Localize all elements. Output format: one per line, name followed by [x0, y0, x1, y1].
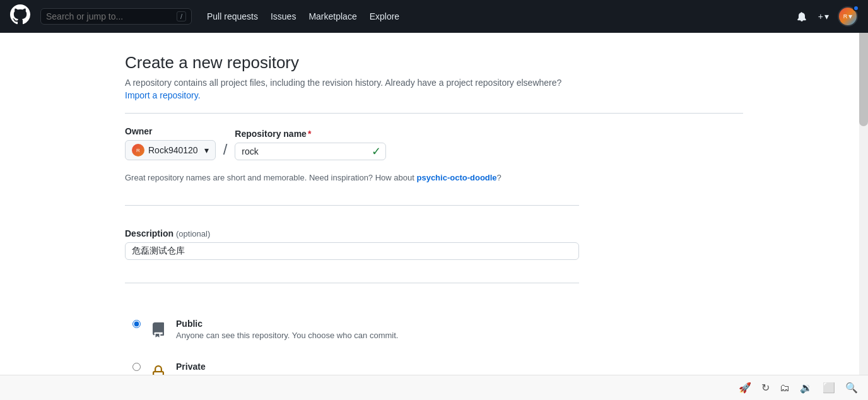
section-divider-visibility — [125, 283, 579, 283]
description-group: Description(optional) — [125, 228, 579, 260]
required-mark: * — [308, 129, 311, 139]
repo-name-input[interactable] — [235, 143, 386, 160]
bottom-toolbar: 🚀 ↻ 🗂 🔉 ⬜ 🔍 — [0, 375, 868, 400]
create-repo-form: Owner R Rock940120 ▾ / Repository name* … — [125, 126, 579, 400]
private-label: Private — [176, 362, 572, 372]
notifications-button[interactable] — [794, 9, 809, 24]
new-item-button[interactable]: + ▾ — [814, 9, 833, 24]
suggestion-link[interactable]: psychic-octo-doodle — [416, 173, 496, 182]
navbar: / Pull requests Issues Marketplace Explo… — [0, 0, 868, 33]
plus-label: + — [818, 11, 823, 21]
search-box[interactable]: / — [40, 8, 192, 25]
avatar-notification-badge — [853, 5, 859, 11]
layout-icon[interactable]: ⬜ — [823, 382, 835, 394]
navbar-link-explore[interactable]: Explore — [365, 8, 404, 25]
navbar-actions: + ▾ R ▾ — [794, 6, 858, 26]
volume-icon[interactable]: 🔉 — [800, 382, 812, 394]
dropdown-arrow: ▾ — [824, 11, 829, 21]
slash-key-indicator: / — [177, 11, 186, 21]
public-info: Public Anyone can see this repository. Y… — [176, 319, 572, 340]
repo-name-group: Repository name* ✓ — [235, 129, 386, 160]
refresh-icon[interactable]: ↻ — [761, 382, 770, 394]
slash-divider: / — [221, 141, 230, 158]
page-description: A repository contains all project files,… — [125, 78, 743, 88]
import-repository-link[interactable]: Import a repository. — [125, 90, 201, 100]
rocket-icon[interactable]: 🚀 — [739, 382, 751, 394]
description-label: Description(optional) — [125, 228, 579, 238]
navbar-links: Pull requests Issues Marketplace Explore — [202, 8, 784, 25]
description-input[interactable] — [125, 242, 579, 260]
owner-repo-row: Owner R Rock940120 ▾ / Repository name* … — [125, 126, 579, 160]
avatar-icon: R — [843, 13, 848, 20]
scrollbar[interactable] — [859, 0, 868, 400]
owner-select-button[interactable]: R Rock940120 ▾ — [125, 140, 216, 160]
search-bottom-icon[interactable]: 🔍 — [845, 382, 858, 394]
repo-name-label: Repository name* — [235, 129, 386, 139]
inspiration-text: Great repository names are short and mem… — [125, 173, 579, 182]
owner-name: Rock940120 — [148, 145, 198, 155]
owner-avatar: R — [132, 144, 144, 156]
section-divider-description — [125, 205, 579, 206]
owner-group: Owner R Rock940120 ▾ — [125, 126, 216, 160]
search-input[interactable] — [46, 11, 172, 21]
optional-label: (optional) — [176, 229, 210, 238]
main-content: Create a new repository A repository con… — [115, 33, 753, 400]
public-icon — [148, 319, 168, 341]
page-title: Create a new repository — [125, 53, 743, 73]
public-option[interactable]: Public Anyone can see this repository. Y… — [125, 311, 579, 349]
public-desc: Anyone can see this repository. You choo… — [176, 331, 398, 340]
public-radio[interactable] — [132, 320, 141, 328]
navbar-link-marketplace[interactable]: Marketplace — [303, 8, 361, 25]
section-divider-top — [125, 113, 743, 114]
owner-dropdown-arrow: ▾ — [204, 145, 209, 155]
private-radio[interactable] — [132, 363, 141, 371]
navbar-link-pull-requests[interactable]: Pull requests — [202, 8, 263, 25]
archive-icon[interactable]: 🗂 — [780, 382, 790, 394]
repo-name-valid-icon: ✓ — [372, 144, 381, 158]
owner-label: Owner — [125, 126, 216, 136]
public-label: Public — [176, 319, 572, 329]
repo-name-wrapper: ✓ — [235, 143, 386, 160]
user-avatar-button[interactable]: R ▾ — [838, 6, 858, 26]
github-logo[interactable] — [10, 4, 30, 28]
navbar-link-issues[interactable]: Issues — [266, 8, 301, 25]
